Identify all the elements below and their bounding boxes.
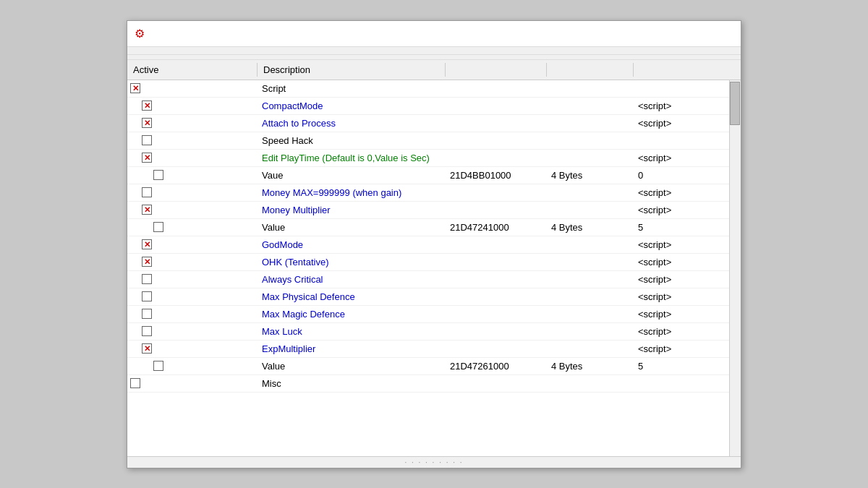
row-checkbox[interactable] [142, 100, 152, 111]
address-cell [446, 312, 547, 315]
type-cell [547, 87, 634, 90]
scrollbar-track[interactable] [729, 80, 741, 456]
desc-cell: Attach to Process [258, 116, 446, 130]
row-checkbox[interactable] [142, 274, 152, 284]
maximize-button[interactable] [687, 25, 710, 42]
row-checkbox[interactable] [142, 326, 152, 336]
table-row[interactable]: Max Luck<script> [127, 323, 741, 341]
address-cell [446, 87, 547, 90]
table-row[interactable]: Money Multiplier<script> [127, 202, 741, 219]
value-cell: <script> [634, 99, 741, 113]
address-cell [446, 104, 547, 107]
row-checkbox[interactable] [153, 361, 163, 371]
menu-edit[interactable] [143, 48, 155, 53]
table-row[interactable]: Value21D472610004 Bytes5 [127, 358, 741, 375]
value-cell: <script> [634, 255, 741, 269]
close-button[interactable] [712, 25, 735, 42]
table-body: ScriptCompactMode<script>Attach to Proce… [127, 80, 741, 456]
address-cell [446, 121, 547, 124]
row-checkbox[interactable] [142, 343, 152, 354]
type-cell [547, 243, 634, 246]
address-cell [446, 243, 547, 246]
value-cell: <script> [634, 342, 741, 356]
desc-cell: Value [258, 359, 446, 373]
value-cell [634, 382, 741, 385]
menu-help[interactable] [195, 48, 207, 53]
type-cell: 4 Bytes [547, 221, 634, 234]
row-checkbox[interactable] [142, 187, 152, 197]
table-row[interactable]: GodMode<script> [127, 236, 741, 254]
type-cell [547, 208, 634, 211]
table-row[interactable]: Always Critical<script> [127, 271, 741, 288]
row-checkbox[interactable] [142, 309, 152, 319]
minimize-button[interactable] [663, 25, 686, 42]
table-row[interactable]: Edit PlayTime (Default is 0,Value is Sec… [127, 150, 741, 167]
menu-table[interactable] [156, 48, 168, 53]
table-row[interactable]: Max Magic Defence<script> [127, 306, 741, 323]
value-cell: <script> [634, 290, 741, 304]
active-cell [127, 342, 258, 355]
table-row[interactable]: Speed Hack [127, 132, 741, 150]
desc-cell: Money MAX=999999 (when gain) [258, 186, 446, 200]
row-checkbox[interactable] [142, 135, 152, 145]
row-checkbox[interactable] [142, 239, 152, 249]
address-cell [446, 278, 547, 281]
row-checkbox[interactable] [142, 291, 152, 301]
value-cell: <script> [634, 238, 741, 252]
active-cell [127, 82, 258, 95]
address-cell [446, 191, 547, 194]
active-cell [127, 203, 258, 216]
menu-devtools[interactable] [182, 48, 194, 53]
value-cell: <script> [634, 116, 741, 130]
row-checkbox[interactable] [153, 222, 163, 232]
desc-cell: Money Multiplier [258, 203, 446, 217]
table-row[interactable]: Money MAX=999999 (when gain)<script> [127, 184, 741, 202]
menu-file[interactable] [130, 48, 142, 53]
desc-cell: Script [258, 82, 446, 95]
desc-cell: Always Critical [258, 273, 446, 286]
header-description-label: Description [263, 64, 310, 75]
scrollbar-thumb[interactable] [730, 82, 740, 125]
window-controls [663, 25, 735, 42]
row-checkbox[interactable] [142, 153, 152, 163]
value-cell: <script> [634, 151, 741, 165]
table-row[interactable]: ExpMultiplier<script> [127, 341, 741, 358]
desc-cell: Speed Hack [258, 134, 446, 147]
address-cell [446, 347, 547, 350]
active-cell [127, 168, 258, 181]
row-checkbox[interactable] [142, 257, 152, 267]
row-checkbox[interactable] [142, 205, 152, 215]
address-cell: 21D47241000 [446, 221, 547, 234]
active-cell [127, 151, 258, 164]
table-row[interactable]: Value21D472410004 Bytes5 [127, 219, 741, 236]
menu-mono[interactable] [234, 48, 246, 53]
table-row[interactable]: Vaue21D4BB010004 Bytes0 [127, 167, 741, 184]
menu-delete-structures[interactable] [221, 48, 233, 53]
table-row[interactable]: CompactMode<script> [127, 98, 741, 115]
type-cell [547, 347, 634, 350]
table-row[interactable]: OHK (Tentative)<script> [127, 254, 741, 271]
type-cell [547, 382, 634, 385]
menu-fullview[interactable] [208, 48, 220, 53]
table-row[interactable]: Script [127, 80, 741, 98]
table-row[interactable]: Attach to Process<script> [127, 115, 741, 132]
desc-cell: CompactMode [258, 99, 446, 113]
row-checkbox[interactable] [153, 170, 163, 180]
table-row[interactable]: Max Physical Defence<script> [127, 288, 741, 306]
row-checkbox[interactable] [130, 83, 140, 93]
app-icon: ⚙ [133, 27, 146, 40]
type-cell: 4 Bytes [547, 168, 634, 182]
table-header: Active Description [127, 60, 741, 80]
address-cell: 21D47261000 [446, 359, 547, 373]
cheat-table: Active Description ScriptCompactMode<scr… [127, 60, 741, 456]
address-cell [446, 139, 547, 142]
address-cell [446, 156, 547, 159]
row-checkbox[interactable] [130, 378, 140, 388]
address-cell [446, 295, 547, 298]
row-checkbox[interactable] [142, 118, 152, 128]
table-row[interactable]: Misc [127, 375, 741, 393]
value-cell: <script> [634, 203, 741, 217]
desc-cell: Vaue [258, 168, 446, 182]
type-cell [547, 260, 634, 263]
menu-d3d[interactable] [169, 48, 181, 53]
